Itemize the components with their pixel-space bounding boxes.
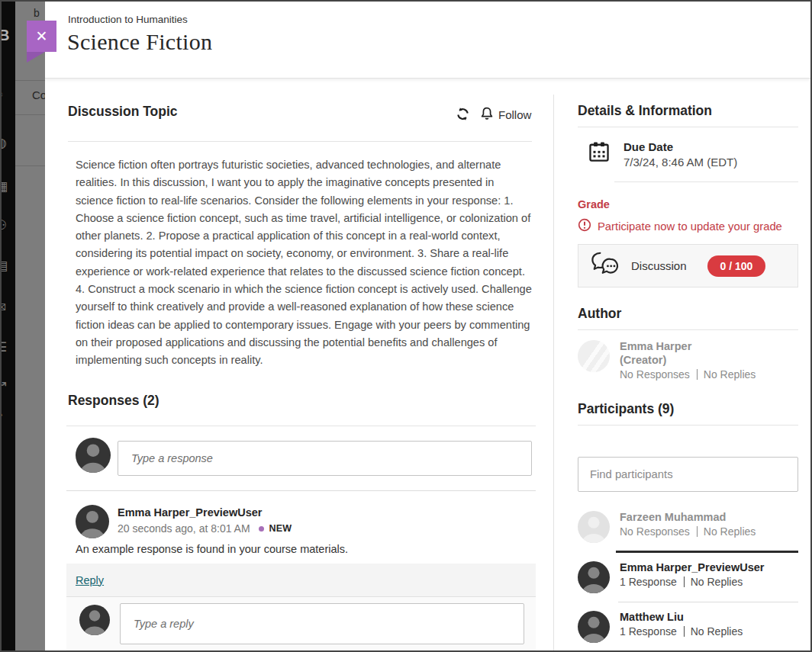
list-icon[interactable]: ☰ xyxy=(2,339,7,355)
author-heading: Author xyxy=(578,306,798,322)
grade-item-label: Discussion xyxy=(631,259,687,272)
meta-separator xyxy=(684,577,685,587)
grade-item-card: Discussion 0 / 100 xyxy=(578,244,798,287)
current-user-avatar xyxy=(76,438,111,473)
new-badge: NEW xyxy=(269,523,292,534)
people-icon[interactable]: ⚇ xyxy=(2,217,7,233)
follow-label: Follow xyxy=(498,108,531,121)
grid-icon[interactable]: ▦ xyxy=(2,178,8,194)
reply-link[interactable]: Reply xyxy=(76,574,104,586)
divider xyxy=(66,490,536,491)
alert-circle-icon xyxy=(578,218,591,234)
current-user-avatar xyxy=(79,605,110,635)
divider xyxy=(66,426,536,426)
author-name: Emma Harper xyxy=(620,340,756,352)
participant-row[interactable]: Emma Harper_PreviewUser 1 Response No Re… xyxy=(578,561,798,593)
meta-separator xyxy=(684,626,685,637)
scrim-divider xyxy=(15,80,45,81)
grade-warning: Participate now to update your grade xyxy=(578,218,798,234)
bell-icon xyxy=(479,106,495,124)
refresh-button[interactable] xyxy=(456,107,470,124)
close-icon: ✕ xyxy=(36,27,48,45)
scrim-nav-fragment: Co xyxy=(32,88,45,101)
participant-activity: 1 Response No Replies xyxy=(620,576,764,588)
author-replies-count: No Replies xyxy=(704,368,756,381)
discussion-topic-heading: Discussion Topic xyxy=(68,104,178,120)
modal-scrim: b Co xyxy=(15,2,45,650)
response-meta: 20 seconds ago, at 8:01 AM NEW xyxy=(118,522,292,535)
participant-row[interactable]: Matthew Liu 1 Response No Replies xyxy=(578,611,798,643)
mail-icon[interactable]: ✉ xyxy=(2,300,6,316)
participant-name: Emma Harper_PreviewUser xyxy=(620,561,764,573)
column-divider xyxy=(553,95,554,650)
participant-responses-count: 1 Response xyxy=(620,576,677,588)
new-indicator-dot xyxy=(259,526,264,532)
response-author-name: Emma Harper_PreviewUser xyxy=(118,506,262,519)
responses-heading: Responses (2) xyxy=(68,393,160,409)
search-icon[interactable]: ◌ xyxy=(2,87,3,102)
close-button[interactable]: ✕ xyxy=(27,21,56,52)
participant-replies-count: No Replies xyxy=(704,525,756,538)
scrim-text-fragment: b xyxy=(34,7,40,19)
grade-score-pill: 0 / 100 xyxy=(707,255,766,277)
calendar-icon xyxy=(588,140,611,169)
due-date-value: 7/3/24, 8:46 AM (EDT) xyxy=(624,156,737,169)
participant-responses-count: 1 Response xyxy=(620,625,677,638)
topic-actions: Follow xyxy=(456,106,531,124)
meta-separator xyxy=(697,526,698,537)
scrim-divider xyxy=(15,165,45,166)
panel-header: Introduction to Humanities Science Ficti… xyxy=(45,2,810,79)
reply-input[interactable] xyxy=(120,603,524,644)
response-body: An example response is found in your cou… xyxy=(76,543,348,555)
participant-replies-count: No Replies xyxy=(691,625,743,638)
response-timestamp: 20 seconds ago, at 8:01 AM xyxy=(118,522,250,535)
app-logo-fragment[interactable]: B xyxy=(2,27,9,44)
participant-replies-count: No Replies xyxy=(691,576,743,588)
chart-icon[interactable]: ↝ xyxy=(2,375,6,391)
calendar-grid-icon[interactable]: ▤ xyxy=(2,258,8,274)
participant-row[interactable]: Farzeen Muhammad No Responses No Replies xyxy=(578,511,798,543)
participants-heading: Participants (9) xyxy=(578,401,798,417)
details-sidebar: Details & Information xyxy=(578,103,798,643)
participant-avatar xyxy=(578,611,610,643)
meta-separator xyxy=(697,369,698,380)
participant-activity: 1 Response No Replies xyxy=(620,625,743,638)
divider xyxy=(578,127,798,127)
author-activity: No Responses No Replies xyxy=(620,368,756,381)
response-input[interactable] xyxy=(118,441,532,476)
author-role: (Creator) xyxy=(620,354,756,366)
find-participants-input[interactable] xyxy=(578,457,798,492)
refresh-icon xyxy=(456,107,470,124)
participant-avatar xyxy=(578,561,610,593)
close-ribbon-tail xyxy=(27,52,45,63)
divider xyxy=(618,602,798,602)
participant-name: Farzeen Muhammad xyxy=(620,511,756,523)
reply-action-bar: Reply xyxy=(66,564,536,597)
breadcrumb-course-name: Introduction to Humanities xyxy=(68,14,188,25)
discussion-panel-screen: B ◌ ◍ ▦ ⚇ ▤ ✉ ☰ ↝ ◔ b Co ✕ Introduction … xyxy=(0,0,812,652)
follow-button[interactable]: Follow xyxy=(479,106,531,124)
grade-warning-text: Participate now to update your grade xyxy=(598,220,782,233)
panel-body: Discussion Topic xyxy=(45,79,810,650)
participants-list: Farzeen Muhammad No Responses No Replies xyxy=(578,511,798,643)
discussion-bubbles-icon xyxy=(589,250,621,282)
participant-activity: No Responses No Replies xyxy=(620,525,756,538)
author-row: Emma Harper (Creator) No Responses No Re… xyxy=(578,340,798,381)
discussion-modal: Introduction to Humanities Science Ficti… xyxy=(45,2,810,650)
participant-avatar xyxy=(578,511,610,543)
author-avatar xyxy=(578,340,610,372)
app-nav-rail: B ◌ ◍ ▦ ⚇ ▤ ✉ ☰ ↝ ◔ xyxy=(2,2,15,650)
response-author-avatar xyxy=(76,505,109,538)
divider xyxy=(578,425,798,426)
discussion-topic-body: Science fiction often portrays futuristi… xyxy=(76,156,533,370)
clock-icon[interactable]: ◔ xyxy=(2,408,3,423)
due-date-label: Due Date xyxy=(624,140,737,153)
author-responses-count: No Responses xyxy=(620,368,690,381)
scrim-divider xyxy=(15,114,45,115)
participants-section-divider xyxy=(616,551,798,553)
page-title: Science Fiction xyxy=(67,29,212,55)
globe-icon[interactable]: ◍ xyxy=(2,135,7,151)
participant-name: Matthew Liu xyxy=(620,611,743,623)
divider xyxy=(614,181,798,182)
details-heading: Details & Information xyxy=(578,103,798,119)
